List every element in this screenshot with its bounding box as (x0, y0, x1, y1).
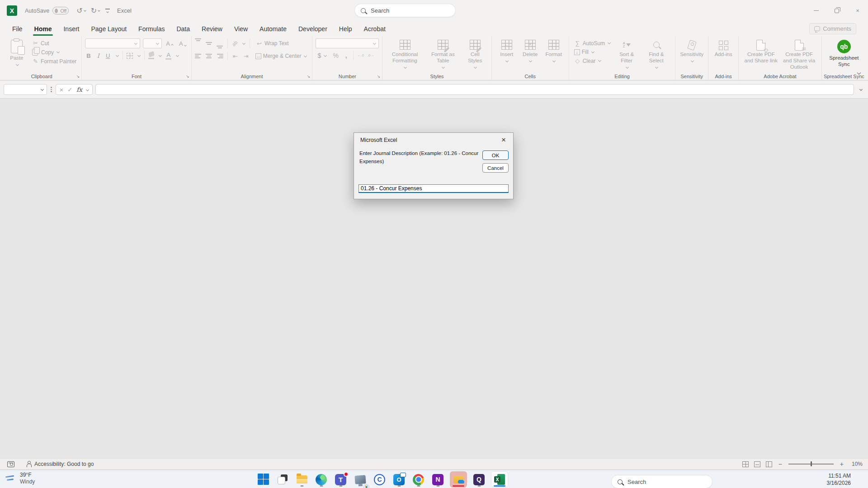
excel-taskbar-button[interactable]: X (491, 471, 508, 488)
cell-styles-button[interactable]: Cell Styles (462, 38, 488, 70)
chevron-down-icon[interactable] (41, 87, 44, 90)
excel-app-icon[interactable]: X (7, 5, 17, 16)
chevron-down-icon[interactable] (598, 59, 601, 62)
alignment-dialog-launcher[interactable]: ↘ (307, 75, 311, 79)
borders-icon[interactable] (127, 53, 133, 59)
comments-button[interactable]: Comments (809, 23, 856, 34)
minimize-button[interactable] (806, 0, 826, 21)
clipboard-dialog-launcher[interactable]: ↘ (76, 75, 80, 79)
zoom-level[interactable]: 10% (850, 461, 863, 467)
teams-button[interactable]: T (333, 471, 348, 488)
collapse-ribbon-button[interactable] (856, 70, 861, 76)
tab-file[interactable]: File (6, 22, 28, 36)
create-pdf-share-link-button[interactable]: Create PDF and Share link (742, 38, 780, 66)
addins-button[interactable]: Add-ins (712, 38, 735, 59)
orientation-icon[interactable]: ab (231, 39, 238, 47)
align-right-icon[interactable] (217, 54, 223, 58)
cut-button[interactable]: ✂Cut (30, 39, 78, 47)
number-format-combo[interactable] (316, 38, 379, 48)
taskbar-clock[interactable]: 11:51 AM 3/16/2026 (827, 472, 851, 487)
chevron-down-icon[interactable] (15, 63, 19, 66)
paste-button[interactable]: Paste (5, 38, 28, 68)
titlebar-search-box[interactable]: Search (354, 4, 456, 17)
restore-button[interactable] (826, 0, 847, 21)
undo-button[interactable]: ↺ (75, 5, 87, 16)
chevron-down-icon[interactable] (304, 54, 307, 57)
chevron-down-icon[interactable] (608, 41, 611, 44)
zoom-in-button[interactable]: + (839, 460, 844, 468)
create-pdf-outlook-button[interactable]: ✉ Create PDF and Share via Outlook (780, 38, 818, 71)
chevron-down-icon[interactable] (98, 9, 100, 12)
outlook-button[interactable]: O (392, 471, 406, 488)
bottom-align-icon[interactable] (217, 46, 223, 48)
format-painter-button[interactable]: ✎Format Painter (30, 57, 78, 65)
drag-handle-icon[interactable] (50, 87, 53, 92)
chevron-down-icon[interactable] (86, 88, 89, 91)
remote-desktop-button[interactable]: X (353, 471, 368, 488)
delete-cells-button[interactable]: × Delete (519, 38, 542, 64)
tab-automate[interactable]: Automate (254, 22, 292, 36)
number-dialog-launcher[interactable]: ↘ (377, 75, 381, 79)
chevron-down-icon[interactable] (242, 41, 245, 44)
edge-button[interactable] (314, 471, 329, 488)
chevron-down-icon[interactable] (84, 9, 86, 12)
sensitivity-button[interactable]: Sensitivity (679, 38, 705, 64)
page-layout-view-button[interactable] (754, 461, 760, 467)
percent-style-icon[interactable]: % (332, 52, 339, 59)
dialog-close-button[interactable]: × (500, 135, 508, 145)
font-dialog-launcher[interactable]: ↘ (186, 75, 189, 79)
sort-filter-button[interactable]: AZ Sort & Filter (613, 38, 641, 70)
clear-button[interactable]: ◇Clear (572, 57, 613, 65)
tab-insert[interactable]: Insert (57, 22, 85, 36)
wrap-text-button[interactable]: ↩Wrap Text (254, 40, 291, 47)
bold-button[interactable]: B (85, 52, 92, 59)
align-left-icon[interactable] (195, 54, 202, 58)
accessibility-status[interactable]: Accessibility: Good to go (26, 461, 94, 467)
insert-function-button[interactable]: fx (76, 86, 82, 93)
fill-color-button[interactable] (148, 52, 154, 59)
italic-button[interactable]: I (96, 52, 101, 59)
autosum-button[interactable]: ∑AutoSum (572, 39, 613, 47)
underline-button[interactable]: U (104, 52, 111, 59)
align-center-icon[interactable] (206, 54, 212, 58)
tab-acrobat[interactable]: Acrobat (358, 22, 392, 36)
task-view-button[interactable] (275, 471, 290, 488)
tab-review[interactable]: Review (196, 22, 228, 36)
cancel-entry-icon[interactable]: × (60, 86, 64, 94)
chevron-down-icon[interactable] (137, 53, 141, 56)
file-explorer-button[interactable] (294, 471, 309, 488)
normal-view-button[interactable] (742, 461, 749, 467)
tab-developer[interactable]: Developer (292, 22, 333, 36)
expand-formula-bar-button[interactable] (857, 86, 864, 93)
tab-data[interactable]: Data (170, 22, 196, 36)
tab-home[interactable]: Home (28, 22, 58, 36)
format-as-table-button[interactable]: Format as Table (424, 38, 462, 70)
onenote-button[interactable]: N (430, 471, 445, 488)
decrease-decimal-icon[interactable]: .0→ (368, 54, 374, 57)
formula-input[interactable] (95, 84, 854, 95)
concur-button[interactable]: C (372, 471, 387, 488)
quick-access-menu-button[interactable] (105, 9, 110, 13)
shrink-font-button[interactable]: A (178, 40, 188, 47)
middle-align-icon[interactable] (206, 42, 212, 45)
dialog-text-input[interactable] (359, 184, 509, 193)
font-name-combo[interactable] (85, 38, 140, 48)
top-align-icon[interactable] (195, 38, 202, 41)
close-button[interactable]: × (847, 0, 868, 21)
chevron-down-icon[interactable] (159, 53, 162, 56)
merge-center-button[interactable]: ↔Merge & Center (254, 52, 309, 60)
taskbar-search-box[interactable]: Search (611, 475, 712, 488)
start-button[interactable] (257, 471, 270, 488)
format-cells-button[interactable]: Format (542, 38, 566, 64)
name-box[interactable] (4, 84, 47, 95)
find-select-button[interactable]: Find & Select (641, 38, 672, 70)
comma-style-icon[interactable]: , (343, 52, 349, 60)
enter-entry-icon[interactable]: ✓ (67, 86, 72, 93)
grow-font-button[interactable]: A (165, 40, 175, 47)
tab-page-layout[interactable]: Page Layout (85, 22, 132, 36)
macro-record-icon[interactable] (7, 461, 14, 467)
font-color-button[interactable]: A (165, 52, 171, 60)
autosave-toggle[interactable]: Off (52, 7, 69, 14)
q-app-button[interactable]: Q (472, 471, 486, 488)
page-break-view-button[interactable] (766, 461, 772, 467)
